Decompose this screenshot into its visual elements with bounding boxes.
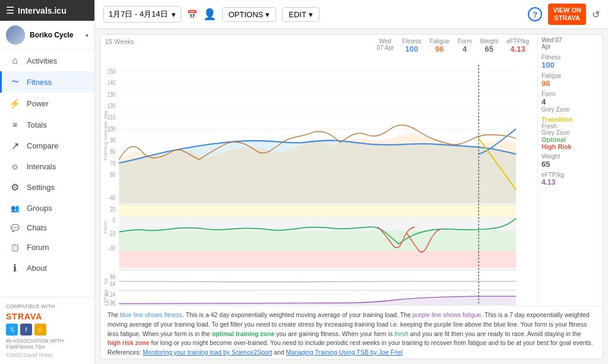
help-button[interactable]: ? bbox=[528, 7, 542, 21]
rp-transition: Transition bbox=[542, 116, 599, 123]
options-button[interactable]: OPTIONS ▾ bbox=[222, 7, 277, 22]
sidebar-item-chats[interactable]: 💬 Chats bbox=[0, 218, 94, 238]
sidebar-item-label: Power bbox=[27, 99, 49, 108]
rp-fresh: Fresh bbox=[542, 123, 599, 129]
rp-high-risk: High Risk bbox=[542, 143, 599, 150]
user-menu[interactable]: Boriko Cycle ▾ bbox=[0, 21, 94, 50]
rp-form-label: Form bbox=[542, 91, 599, 97]
svg-text:66: 66 bbox=[110, 274, 115, 281]
view-on-strava-button[interactable]: VIEW ONSTRAVA bbox=[548, 4, 586, 25]
sidebar-item-label: About bbox=[27, 264, 47, 273]
svg-text:64: 64 bbox=[110, 281, 115, 287]
about-icon: ℹ bbox=[9, 262, 21, 274]
association-text: IN ASSOCIATION WITHFastFitness.Tips bbox=[6, 338, 88, 350]
rp-fitness-label: Fitness bbox=[542, 54, 599, 61]
svg-chart-area[interactable]: 150 140 130 120 110 100 90 80 70 60 -40 … bbox=[100, 55, 537, 305]
svg-text:-10: -10 bbox=[108, 231, 115, 238]
sidebar-item-power[interactable]: ⚡ Power bbox=[0, 93, 94, 115]
sidebar-item-fitness[interactable]: 〜 Fitness bbox=[0, 71, 94, 93]
science2sport-link[interactable]: Monitoring your training load by Science… bbox=[143, 349, 273, 356]
stats-header-row: Wed 07 Apr Fitness 100 Fatigue 96 Form bbox=[376, 38, 529, 53]
rp-grey-zone: Grey Zone bbox=[542, 106, 599, 113]
user-chevron-icon: ▾ bbox=[86, 32, 88, 39]
svg-text:110: 110 bbox=[107, 115, 115, 121]
chart-container: 15 Weeks Wed 07 Apr Fitness 100 Fatigue bbox=[100, 34, 603, 359]
options-chevron-icon: ▾ bbox=[265, 10, 270, 19]
rp-fatigue-label: Fatigue bbox=[542, 72, 599, 79]
rp-fitness-value: 100 bbox=[542, 61, 599, 69]
blue-line-label: blue line shows fitness bbox=[120, 311, 182, 318]
social-icons-row: 𝕏 f ⚡ bbox=[6, 324, 88, 335]
sidebar-item-label: Compare bbox=[27, 141, 58, 150]
sidebar-item-label: Groups bbox=[27, 204, 52, 213]
edit-button[interactable]: EDIT ▾ bbox=[282, 7, 319, 22]
right-stats-panel: Wed 07 Apr Fitness 100 Fatigue 96 Form 4… bbox=[537, 34, 603, 305]
intervals-icon: ⊙ bbox=[9, 163, 21, 171]
svg-text:5: 5 bbox=[113, 217, 115, 224]
svg-text:Form: Form bbox=[103, 221, 108, 233]
joe-friel-link[interactable]: Managing Training Using TSB by Joe Friel bbox=[286, 349, 403, 356]
edit-chevron-icon: ▾ bbox=[309, 10, 313, 19]
sidebar-header: ☰ Intervals.icu bbox=[0, 0, 94, 21]
date-range-label: 1月7日 - 4月14日 bbox=[109, 9, 168, 20]
fitness-stat: 100 bbox=[402, 45, 421, 53]
sidebar-item-totals[interactable]: ≡ Totals bbox=[0, 115, 94, 135]
high-risk-zone-label: high risk zone bbox=[107, 339, 150, 346]
period-label: 15 Weeks bbox=[105, 38, 141, 45]
sidebar-item-groups[interactable]: 👥 Groups bbox=[0, 198, 94, 218]
svg-text:-40: -40 bbox=[108, 195, 115, 201]
sidebar-item-activities[interactable]: ⌂ Activities bbox=[0, 50, 94, 71]
hamburger-icon[interactable]: ☰ bbox=[6, 5, 14, 16]
facebook-icon[interactable]: f bbox=[20, 324, 32, 335]
svg-text:130: 130 bbox=[107, 91, 115, 98]
svg-text:-30: -30 bbox=[108, 246, 115, 252]
sidebar-item-intervals[interactable]: ⊙ Intervals bbox=[0, 157, 94, 176]
svg-text:20: 20 bbox=[110, 207, 115, 213]
compatible-label: COMPATIBLE WITH bbox=[6, 303, 88, 309]
rp-weight-value: 65 bbox=[542, 160, 599, 169]
fresh-label: fresh bbox=[394, 330, 408, 337]
sidebar-item-settings[interactable]: ⚙ Settings bbox=[0, 176, 94, 198]
sidebar-item-label: Forum bbox=[27, 243, 49, 252]
fastfitness-icon[interactable]: ⚡ bbox=[34, 324, 46, 335]
sidebar-item-forum[interactable]: 📋 Forum bbox=[0, 238, 94, 257]
rp-eftp-value: 4.13 bbox=[542, 178, 599, 186]
svg-rect-25 bbox=[119, 205, 516, 217]
athlete-icon[interactable]: 👤 bbox=[203, 8, 216, 21]
cursor-date: Wed 07 Apr bbox=[542, 37, 599, 50]
refresh-button[interactable]: ↺ bbox=[592, 9, 600, 20]
rp-eftp-label: eFTP/kg bbox=[542, 172, 599, 178]
power-icon: ⚡ bbox=[9, 98, 21, 109]
main-content: 1月7日 - 4月14日 ▾ 📅 👤 OPTIONS ▾ EDIT ▾ ? VI… bbox=[95, 0, 608, 364]
fitness-icon: 〜 bbox=[9, 77, 21, 87]
sidebar-item-compare[interactable]: ↗ Compare bbox=[0, 135, 94, 157]
user-name: Boriko Cycle bbox=[30, 31, 81, 39]
sidebar-item-label: Totals bbox=[27, 121, 47, 129]
calendar-icon[interactable]: 📅 bbox=[187, 10, 197, 19]
fatigue-stat: 96 bbox=[430, 45, 449, 53]
svg-text:80: 80 bbox=[110, 149, 115, 156]
activities-icon: ⌂ bbox=[9, 55, 21, 66]
svg-text:90: 90 bbox=[110, 138, 115, 144]
help-icon: ? bbox=[533, 10, 537, 19]
fitness-chart: 150 140 130 120 110 100 90 80 70 60 -40 … bbox=[100, 55, 537, 305]
sidebar-item-about[interactable]: ℹ About bbox=[0, 257, 94, 279]
svg-text:150: 150 bbox=[107, 68, 115, 75]
date-range-picker[interactable]: 1月7日 - 4月14日 ▾ bbox=[103, 6, 181, 23]
avatar bbox=[6, 26, 25, 45]
description-area: The blue line shows fitness. This is a 4… bbox=[100, 305, 603, 359]
twitter-icon[interactable]: 𝕏 bbox=[6, 324, 18, 335]
date-range-chevron: ▾ bbox=[172, 10, 176, 19]
copyright-text: ©2020 David Tinker bbox=[6, 352, 88, 358]
sidebar-item-label: Settings bbox=[27, 183, 55, 192]
svg-rect-27 bbox=[119, 231, 516, 251]
weight-stat: 65 bbox=[480, 45, 498, 53]
compare-icon: ↗ bbox=[9, 140, 21, 151]
sidebar-item-label: Intervals bbox=[27, 162, 56, 171]
forum-icon: 📋 bbox=[9, 243, 21, 252]
purple-line-label: purple line shows fatigue bbox=[413, 311, 482, 318]
rp-form-value: 4 bbox=[542, 97, 599, 106]
groups-icon: 👥 bbox=[9, 204, 21, 213]
sidebar-item-label: Chats bbox=[27, 223, 47, 232]
rp-fatigue-value: 96 bbox=[542, 79, 599, 88]
